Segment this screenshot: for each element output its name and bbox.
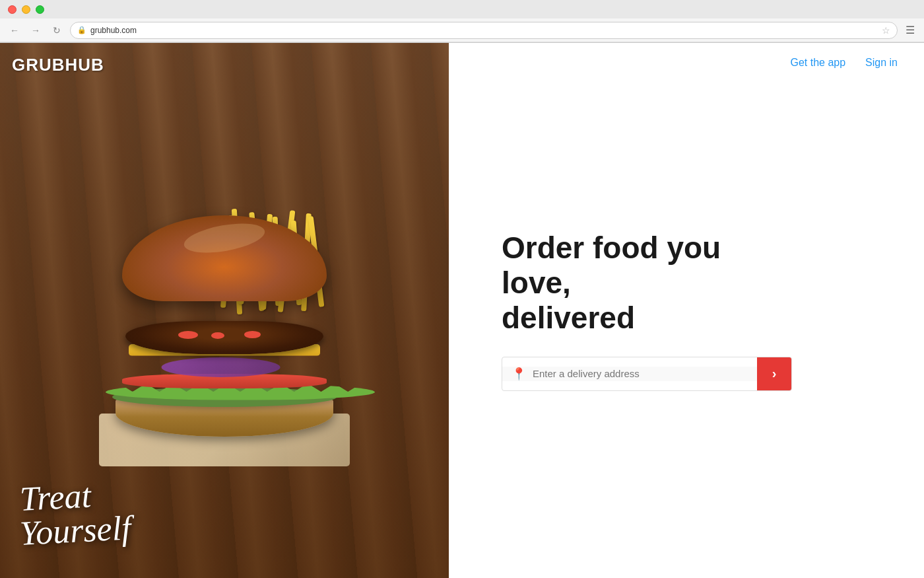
browser-chrome: ← → ↻ 🔒 grubhub.com ☆ ☰ xyxy=(0,0,924,43)
sauce xyxy=(172,331,304,341)
sauce-blob xyxy=(178,331,198,339)
hero-title-line2: delivered xyxy=(502,301,635,335)
sauce-blob xyxy=(244,331,261,338)
page-content: GRUBHUB Treat Yourself Get the app Sign … xyxy=(0,43,924,578)
delivery-address-input[interactable] xyxy=(533,368,748,379)
address-bar[interactable]: 🔒 grubhub.com ☆ xyxy=(70,22,898,39)
hero-title: Order food you love, delivered xyxy=(502,231,779,336)
bookmark-icon[interactable]: ☆ xyxy=(882,25,890,36)
title-bar xyxy=(0,0,924,18)
back-button[interactable]: ← xyxy=(7,22,22,38)
main-content: Order food you love, delivered 📍 › xyxy=(449,43,924,578)
hero-title-line1: Order food you love, xyxy=(502,231,721,300)
nav-bar: ← → ↻ 🔒 grubhub.com ☆ ☰ xyxy=(0,18,924,42)
food-image-panel: GRUBHUB Treat Yourself xyxy=(0,43,449,578)
minimize-button[interactable] xyxy=(22,5,30,14)
grubhub-logo: GRUBHUB xyxy=(12,55,104,75)
get-app-link[interactable]: Get the app xyxy=(790,57,845,69)
food-photo: GRUBHUB Treat Yourself xyxy=(0,43,449,578)
refresh-button[interactable]: ↻ xyxy=(49,22,65,38)
location-pin-icon: 📍 xyxy=(512,367,526,381)
sign-in-link[interactable]: Sign in xyxy=(865,57,898,69)
search-submit-button[interactable]: › xyxy=(757,357,791,391)
onion xyxy=(162,357,280,377)
arrow-right-icon: › xyxy=(772,366,777,381)
lettuce xyxy=(112,387,337,407)
top-nav: Get the app Sign in xyxy=(449,43,924,83)
forward-button[interactable]: → xyxy=(28,22,44,38)
treat-yourself-text: Treat Yourself xyxy=(20,480,131,552)
maximize-button[interactable] xyxy=(36,5,44,14)
address-text: grubhub.com xyxy=(90,26,878,35)
security-icon: 🔒 xyxy=(77,26,86,34)
browser-menu-icon[interactable]: ☰ xyxy=(903,21,917,39)
burger-visual xyxy=(86,163,363,493)
treat-yourself-line2: Yourself xyxy=(19,509,132,552)
close-button[interactable] xyxy=(8,5,16,14)
search-bar: 📍 › xyxy=(502,357,792,391)
sauce-blob xyxy=(211,332,224,339)
right-panel: Get the app Sign in Order food you love,… xyxy=(449,43,924,578)
search-input-wrapper: 📍 xyxy=(502,367,757,381)
